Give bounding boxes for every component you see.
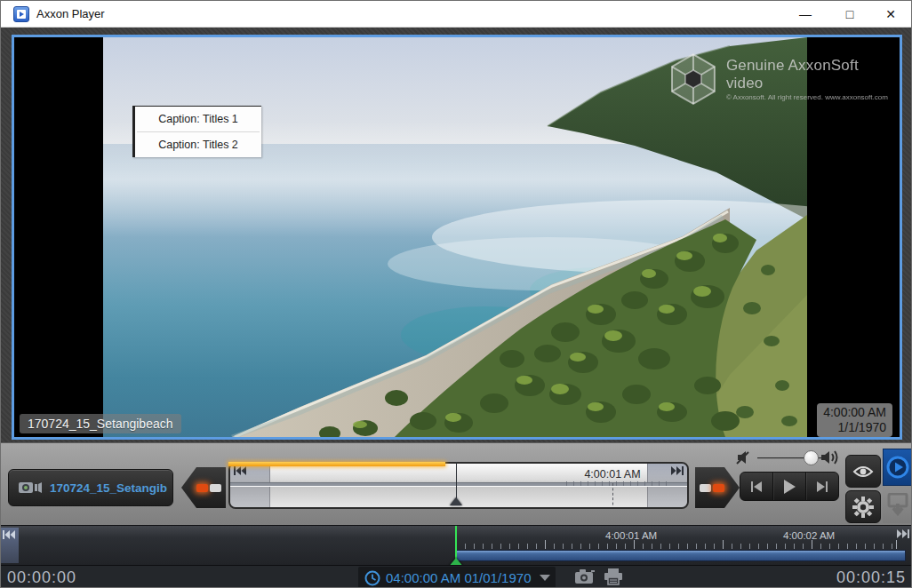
prev-alarm-icon: [196, 484, 208, 492]
osd-date: 1/1/1970: [823, 420, 886, 435]
prev-alarm-icon-dot: [210, 484, 221, 492]
printer-button[interactable]: [604, 568, 623, 585]
timeline-major-tick: [812, 540, 812, 549]
maximize-icon: □: [846, 7, 853, 21]
watermark-title: Genuine AxxonSoft video: [726, 57, 900, 92]
timeline-major-tick: [896, 540, 897, 549]
volume-icon[interactable]: [820, 449, 840, 466]
prev-frame-button[interactable]: [740, 473, 772, 500]
view-button[interactable]: [845, 455, 881, 488]
minimize-icon: —: [799, 7, 812, 21]
play-button[interactable]: [772, 473, 805, 500]
seek-playhead-handle[interactable]: [450, 497, 462, 505]
eye-icon: [852, 465, 874, 479]
watermark-logo-icon: [666, 52, 721, 107]
watermark: Genuine AxxonSoft video © Axxonsoft. All…: [666, 52, 900, 107]
watermark-subtitle: © Axxonsoft. All right reserved. www.axx…: [726, 93, 900, 101]
range-start-time: 00:00:00: [7, 568, 76, 587]
volume-knob[interactable]: [804, 450, 819, 465]
timeline-skip-start[interactable]: [1, 528, 19, 563]
range-end-time: 00:00:15: [836, 568, 906, 587]
prev-frame-icon: [750, 481, 763, 492]
prev-alarm-button[interactable]: [181, 467, 226, 508]
next-frame-button[interactable]: [805, 473, 838, 500]
next-frame-icon: [816, 481, 828, 492]
export-icon: [887, 493, 908, 516]
camera-select-button[interactable]: 170724_15_Setangib: [8, 469, 173, 506]
datetime-value: 04:00:00 AM 01/01/1970: [386, 570, 531, 585]
title-bar: Axxon Player — □ ✕: [1, 1, 912, 28]
timeline-major-tick: [545, 540, 546, 549]
timeline-ticks: [456, 544, 897, 549]
video-stage: Caption: Titles 1 Caption: Titles 2 Genu…: [1, 28, 912, 442]
next-alarm-button[interactable]: [695, 467, 740, 508]
export-button[interactable]: [883, 486, 912, 523]
recorded-track: [228, 462, 445, 466]
timeline-tick-label: 4:00:01 AM: [605, 530, 657, 541]
datetime-picker[interactable]: 04:00:00 AM 01/01/1970: [358, 567, 556, 588]
timeline-major-tick: [723, 540, 724, 549]
gear-icon: [852, 497, 874, 518]
close-button[interactable]: ✕: [870, 1, 911, 28]
maximize-button[interactable]: □: [829, 1, 870, 28]
control-bar: 170724_15_Setangib 4:00:01 AM: [1, 442, 912, 525]
timeline-recorded-range[interactable]: [456, 550, 906, 561]
settings-button[interactable]: [845, 490, 881, 523]
bottom-bar: 00:00:00 04:00:00 AM 01/01/1970 00:00:15: [1, 565, 912, 588]
play-icon: [782, 480, 796, 494]
seek-ticks: [566, 481, 673, 486]
timeline-major-tick: [634, 540, 635, 549]
transport-controls: [740, 472, 839, 501]
camera-icon: [18, 481, 43, 495]
caption-row: Caption: Titles 1: [135, 107, 261, 131]
minimize-button[interactable]: —: [785, 1, 826, 28]
timeline-ruler[interactable]: 4:00:01 AM 4:00:02 AM: [1, 525, 912, 565]
caption-overlay: Caption: Titles 1 Caption: Titles 2: [132, 106, 261, 157]
player-app-icon: [13, 6, 29, 22]
playback-mode-button[interactable]: [883, 449, 912, 486]
skip-start-icon: [3, 530, 16, 539]
skip-end-icon: [670, 466, 684, 475]
caption-row: Caption: Titles 2: [135, 132, 261, 157]
timeline-tick-label: 4:00:02 AM: [783, 530, 835, 541]
seek-time-label: 4:00:01 AM: [572, 468, 652, 481]
camera-select-label: 170724_15_Setangib: [50, 481, 170, 495]
snapshot-button[interactable]: [574, 568, 596, 584]
app-window: Axxon Player — □ ✕: [0, 0, 912, 588]
osd-time: 4:00:00 AM: [823, 405, 886, 420]
video-tile[interactable]: Caption: Titles 1 Caption: Titles 2 Genu…: [12, 35, 902, 440]
next-alarm-icon-dot: [700, 484, 711, 492]
next-alarm-icon: [713, 484, 724, 492]
clock-icon: [364, 570, 380, 586]
timestamp-osd: 4:00:00 AM 1/1/1970: [817, 403, 892, 437]
camera-name-osd: 170724_15_Setangibeach: [20, 414, 181, 433]
seek-live-marker: [612, 483, 613, 509]
mute-icon[interactable]: [736, 449, 754, 465]
close-icon: ✕: [885, 7, 896, 21]
chevron-down-icon: [540, 575, 550, 581]
skip-end-icon[interactable]: [896, 529, 909, 538]
window-title: Axxon Player: [36, 7, 105, 20]
skip-start-icon: [234, 466, 247, 475]
live-play-icon: [886, 456, 909, 479]
